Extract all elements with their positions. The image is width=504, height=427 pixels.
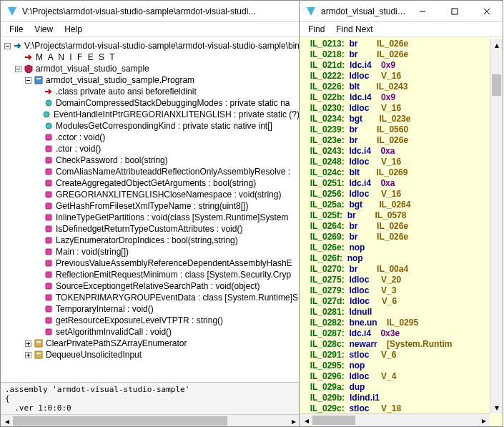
tree-row[interactable]: InlineTypeGetPartitions : void(class [Sy…: [1, 212, 300, 223]
il-line: IL_0291: stloc V_6: [305, 350, 497, 360]
tree-row[interactable]: ReflectionEmitRequestMinimum : class [Sy…: [1, 269, 300, 280]
scroll-up-icon[interactable]: ▴: [490, 39, 503, 51]
tree-row[interactable]: .ctor : void(): [1, 143, 300, 154]
expand-toggle: [34, 87, 42, 96]
method-icon: [44, 304, 54, 314]
scroll-thumb[interactable]: [312, 416, 355, 425]
tree-row[interactable]: LazyEnumeratorDropIndices : bool(string,…: [1, 235, 300, 246]
method-icon: [44, 235, 54, 245]
menu-view[interactable]: View: [29, 23, 59, 36]
info-panel: .assembly 'armdot-visual-studio-sample' …: [1, 382, 300, 414]
tree-row[interactable]: PreviousValueAssemblyReferenceDependentA…: [1, 257, 300, 269]
class-gold-icon: [34, 338, 44, 348]
method-icon: [44, 167, 54, 177]
tree-row[interactable]: M A N I F E S T: [1, 51, 300, 63]
expand-toggle[interactable]: [24, 76, 32, 84]
tree-label: setAlgorithmInvalidCall : void(): [56, 327, 172, 337]
titlebar[interactable]: V:\Projects\armdot-visual-studio-sample\…: [1, 1, 300, 22]
tree-row[interactable]: CheckPassword : bool(string): [1, 154, 300, 166]
scroll-down-icon[interactable]: ▾: [490, 401, 503, 413]
scroll-thumb[interactable]: [13, 416, 227, 426]
tree-label: M A N I F E S T: [36, 52, 116, 62]
method-icon: [44, 258, 54, 268]
tree-row[interactable]: ClearPrivatePathSZArrayEnumerator: [1, 338, 300, 349]
tree-row[interactable]: TemporaryInternal : void(): [1, 303, 300, 315]
class-gold-icon: [34, 350, 44, 360]
il-line: IL_0287: ldc.i4 0x3e: [305, 328, 497, 339]
tree-row[interactable]: armdot_visual_studio_sample.Program: [1, 74, 300, 86]
scroll-right-icon[interactable]: ▸: [478, 414, 490, 426]
expand-toggle[interactable]: [24, 339, 32, 348]
arrow-red-icon: [44, 87, 54, 97]
field-icon: [42, 109, 51, 119]
il-line: IL_0295: nop: [305, 360, 497, 371]
tree-row[interactable]: ModulesGetCorrespondingKind : private st…: [1, 120, 300, 132]
v-scrollbar[interactable]: ▴ ▾: [490, 39, 502, 413]
menubar: File View Help: [1, 22, 300, 37]
tree-row[interactable]: setAlgorithmInvalidCall : void(): [1, 326, 300, 338]
expand-toggle: [34, 328, 42, 336]
h-scrollbar[interactable]: ◂ ▸: [1, 414, 300, 426]
il-line: IL_0234: bgt IL_023e: [305, 114, 497, 124]
svg-rect-21: [46, 249, 51, 255]
expand-toggle[interactable]: [24, 350, 32, 359]
svg-rect-13: [46, 157, 51, 163]
tree-row[interactable]: .cctor : void(): [1, 132, 300, 143]
menu-file[interactable]: File: [4, 23, 29, 36]
scroll-left-icon[interactable]: ◂: [1, 415, 13, 426]
tree-row[interactable]: DomainCompressedStackDebuggingModes : pr…: [1, 97, 300, 109]
svg-point-9: [44, 112, 49, 117]
il-line: IL_024c: blt IL_0269: [305, 167, 497, 178]
menu-find-next[interactable]: Find Next: [330, 23, 378, 36]
method-icon: [44, 178, 54, 188]
svg-rect-25: [46, 295, 51, 300]
tree-row[interactable]: .class private auto ansi beforefieldinit: [1, 86, 300, 97]
svg-rect-38: [36, 353, 41, 354]
maximize-button[interactable]: [438, 1, 470, 21]
menu-find[interactable]: Find: [302, 23, 330, 36]
il-titlebar[interactable]: armdot_visual_studio_s...: [300, 1, 503, 22]
il-line: IL_0279: ldloc V_3: [305, 285, 497, 296]
tree-row[interactable]: Main : void(string[]): [1, 246, 300, 257]
minimize-button[interactable]: [406, 1, 438, 21]
tree-row[interactable]: DequeueUnsolicitedInput: [1, 349, 300, 360]
expand-toggle[interactable]: [14, 64, 22, 73]
svg-rect-37: [35, 351, 42, 358]
scroll-right-icon[interactable]: ▸: [287, 415, 300, 426]
tree-view[interactable]: V:\Projects\armdot-visual-studio-sample\…: [1, 37, 300, 382]
il-line: IL_027d: ldloc V_6: [305, 296, 497, 307]
tree-row[interactable]: EventHandleIntPtrGREGORIANXLITENGLISH : …: [1, 109, 300, 120]
expand-toggle: [34, 202, 42, 210]
tree-row[interactable]: armdot_visual_studio_sample: [1, 63, 300, 74]
svg-rect-40: [452, 9, 458, 14]
tree-row[interactable]: GREGORIANXLITENGLISHCloseNamespace : voi…: [1, 189, 300, 200]
main-window: V:\Projects\armdot-visual-studio-sample\…: [0, 0, 300, 427]
tree-row[interactable]: GetHashFromFilesetXmlTypeName : string(u…: [1, 200, 300, 212]
il-line: IL_0239: br IL_0560: [305, 124, 497, 135]
scroll-vthumb[interactable]: [492, 74, 501, 96]
method-icon: [44, 155, 54, 165]
tree-row[interactable]: V:\Projects\armdot-visual-studio-sample\…: [1, 40, 300, 51]
svg-rect-16: [46, 192, 51, 197]
tree-row[interactable]: TOKENPRIMARYGROUPEventData : class [Syst…: [1, 292, 300, 303]
tree-row[interactable]: getResourceExposureLevelVTPTR : string(): [1, 315, 300, 326]
il-line: IL_026f: nop: [305, 253, 497, 264]
il-listing[interactable]: IL_0213: br IL_026e IL_0218: br IL_026e …: [300, 37, 503, 426]
il-line: IL_029b: ldind.i1: [305, 393, 497, 403]
il-line: IL_0226: blt IL_0243: [305, 82, 497, 92]
tree-row[interactable]: CreateAggregatedObjectGetArguments : boo…: [1, 177, 300, 189]
tree-row[interactable]: ComAliasNameAttributeaddReflectionOnlyAs…: [1, 166, 300, 177]
expand-toggle: [34, 293, 42, 302]
svg-rect-26: [46, 306, 51, 312]
expand-toggle: [34, 144, 42, 153]
tree-row[interactable]: SourceExceptiongetRelativeSearchPath : v…: [1, 280, 300, 292]
menu-help[interactable]: Help: [59, 23, 88, 36]
tree-row[interactable]: IsDefinedgetReturnTypeCustomAttributes :…: [1, 223, 300, 235]
method-icon: [44, 315, 54, 325]
method-icon: [44, 270, 54, 280]
expand-toggle[interactable]: [4, 41, 11, 50]
scroll-left-icon[interactable]: ◂: [300, 414, 312, 426]
il-line: IL_0222: ldloc V_16: [305, 71, 497, 82]
il-h-scrollbar[interactable]: ◂ ▸: [300, 413, 490, 426]
close-button[interactable]: [470, 1, 503, 21]
